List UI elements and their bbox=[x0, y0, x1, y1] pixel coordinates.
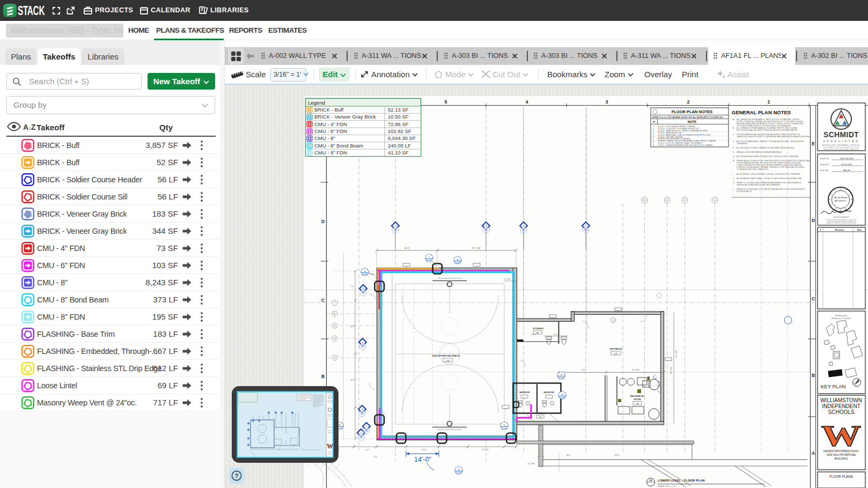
svg-text:CMU - 6" FDN: CMU - 6" FDN bbox=[314, 128, 347, 134]
svg-text:140: 140 bbox=[446, 359, 450, 362]
svg-text:17'-0 3/4": 17'-0 3/4" bbox=[631, 369, 640, 371]
svg-text:13'-2 7/8": 13'-2 7/8" bbox=[527, 463, 535, 465]
svg-text:10.50 SF: 10.50 SF bbox=[388, 114, 409, 120]
svg-text:36'-0": 36'-0" bbox=[567, 454, 571, 456]
svg-text:MECHANICAL: MECHANICAL bbox=[630, 395, 645, 397]
svg-text:3: 3 bbox=[334, 356, 336, 359]
svg-text:A.: A. bbox=[733, 119, 734, 121]
svg-text:W: W bbox=[327, 442, 333, 450]
svg-text:16'-4": 16'-4" bbox=[422, 449, 426, 451]
svg-text:0450: 0450 bbox=[361, 346, 365, 348]
svg-text:13: 13 bbox=[457, 258, 459, 261]
svg-text:3: 3 bbox=[605, 99, 608, 105]
svg-text:Comm. No.: Comm. No. bbox=[820, 158, 829, 160]
svg-text:SCALE: 3/16" = 1'-0": SCALE: 3/16" = 1'-0" bbox=[658, 485, 676, 487]
svg-text:J.: J. bbox=[733, 178, 734, 180]
svg-text:VESTIBULE: VESTIBULE bbox=[609, 347, 622, 350]
svg-text:A: A bbox=[812, 450, 815, 456]
svg-text:12.44.14 - STEAM REGENERATIVE: 12.44.14 - STEAM REGENERATIVE RECIRCULAT… bbox=[658, 144, 713, 146]
svg-text:0450: 0450 bbox=[365, 430, 369, 432]
svg-text:52.13 SF: 52.13 SF bbox=[388, 107, 409, 113]
svg-text:72.86 SF: 72.86 SF bbox=[388, 121, 409, 127]
svg-text:4: 4 bbox=[334, 337, 336, 340]
svg-text:?: ? bbox=[234, 472, 238, 479]
svg-text:L.: L. bbox=[733, 188, 734, 190]
svg-text:27'-4": 27'-4" bbox=[581, 369, 586, 371]
svg-text:44'-7 1/2": 44'-7 1/2" bbox=[675, 350, 678, 358]
svg-text:BATHROOM: BATHROOM bbox=[519, 391, 529, 394]
svg-text:04.3050: 04.3050 bbox=[456, 472, 462, 474]
svg-text:B: B bbox=[321, 374, 325, 379]
svg-text:30: 30 bbox=[339, 424, 341, 426]
svg-text:41.10 SF: 41.10 SF bbox=[388, 150, 409, 156]
svg-text:AND MULTIPURPOSE: AND MULTIPURPOSE bbox=[827, 453, 856, 456]
svg-text:04.3050: 04.3050 bbox=[560, 397, 565, 399]
svg-text:SEAL ALL JOINTS BETWEEN DISSIM: SEAL ALL JOINTS BETWEEN DISSIMILAR MATER… bbox=[737, 151, 782, 153]
svg-text:10: 10 bbox=[560, 374, 562, 376]
svg-text:6'-0": 6'-0" bbox=[366, 449, 370, 451]
svg-text:13'-4": 13'-4" bbox=[532, 334, 536, 336]
svg-text:K.: K. bbox=[733, 182, 734, 184]
svg-text:04.3050: 04.3050 bbox=[558, 377, 564, 379]
svg-text:37'-7 3/4": 37'-7 3/4" bbox=[472, 247, 481, 249]
svg-text:Drawn By: Drawn By bbox=[820, 169, 828, 172]
svg-text:PHONE 859.224.4556 WWW.SCHMID: PHONE 859.224.4556 WWW.SCHMIDT-ARCH.COM bbox=[823, 149, 859, 151]
svg-text:W: W bbox=[821, 420, 862, 452]
svg-text:FLOOR PLANS: FLOOR PLANS bbox=[829, 475, 853, 478]
svg-text:NOTE ELEVATION.: NOTE ELEVATION. bbox=[737, 190, 752, 193]
svg-text:0450: 0450 bbox=[362, 292, 365, 294]
svg-text:Date: Date bbox=[857, 228, 862, 231]
svg-text:8'-3 1/2": 8'-3 1/2" bbox=[482, 449, 489, 451]
svg-text:HEADSTART/PRESCHOOL: HEADSTART/PRESCHOOL bbox=[823, 449, 859, 453]
svg-text:D: D bbox=[644, 198, 646, 202]
svg-text:1: 1 bbox=[767, 99, 770, 105]
svg-text:G: G bbox=[714, 198, 716, 202]
svg-text:C: C bbox=[812, 296, 815, 301]
svg-text:2A: 2A bbox=[649, 479, 652, 482]
svg-text:D: D bbox=[321, 219, 325, 224]
svg-text:CMU - 8": CMU - 8" bbox=[314, 135, 335, 141]
svg-text:LOWER LEVEL - FLOOR PLAN: LOWER LEVEL - FLOOR PLAN bbox=[658, 479, 705, 482]
svg-text:VAL.SH: VAL.SH bbox=[843, 169, 850, 172]
svg-text:04.3050: 04.3050 bbox=[426, 260, 432, 262]
svg-text:D: D bbox=[812, 218, 815, 223]
svg-text:7'-4": 7'-4" bbox=[351, 285, 355, 287]
svg-text:FLOOR PLAN NOTES: FLOOR PLAN NOTES bbox=[672, 109, 713, 114]
svg-text:240.05 LF: 240.05 LF bbox=[388, 143, 411, 149]
svg-text:6,044.30 SF: 6,044.30 SF bbox=[388, 135, 416, 141]
svg-text:16: 16 bbox=[561, 394, 563, 396]
svg-text:STORAGE: STORAGE bbox=[533, 327, 543, 330]
svg-text:H.: H. bbox=[733, 160, 734, 162]
svg-text:6'-6": 6'-6" bbox=[554, 334, 558, 336]
svg-text:3: 3 bbox=[613, 320, 614, 322]
svg-text:BATHROOM: BATHROOM bbox=[543, 391, 554, 394]
svg-text:16'-8": 16'-8" bbox=[350, 326, 355, 328]
svg-text:F.: F. bbox=[733, 151, 734, 153]
svg-text:141: 141 bbox=[539, 416, 542, 418]
svg-text:B: B bbox=[812, 373, 815, 378]
svg-text:04.3050: 04.3050 bbox=[362, 273, 368, 276]
svg-text:24'-8": 24'-8" bbox=[615, 454, 620, 456]
svg-text:14'-0": 14'-0" bbox=[414, 456, 431, 463]
svg-text:MULTIPURPOSE SPACE: MULTIPURPOSE SPACE bbox=[432, 354, 460, 357]
svg-text:IDENTIFICATION AND ADDITIONAL: IDENTIFICATION AND ADDITIONAL REQUIREMEN… bbox=[737, 184, 781, 186]
svg-text:G.: G. bbox=[733, 156, 735, 158]
svg-text:ALL REMAINING WALLS SHALL TYPE: ALL REMAINING WALLS SHALL TYPE A3 ST. SE… bbox=[737, 178, 802, 180]
svg-text:GENERAL PLAN NOTES: GENERAL PLAN NOTES bbox=[732, 109, 791, 115]
svg-text:16'-8": 16'-8" bbox=[350, 379, 355, 381]
svg-text:6: 6 bbox=[334, 312, 336, 315]
svg-text:Sarah K. Hougestad: Sarah K. Hougestad bbox=[834, 216, 849, 218]
svg-text:4: 4 bbox=[525, 99, 528, 105]
svg-text:copyright of the Architect. Sh: copyright of the Architect. Shall be use… bbox=[826, 222, 857, 224]
svg-text:NOTE: NOTE bbox=[688, 120, 697, 123]
svg-text:WILLIAMSTOWN: WILLIAMSTOWN bbox=[820, 397, 862, 403]
svg-text:ASSOCIATES: ASSOCIATES bbox=[823, 139, 859, 143]
svg-text:OTHERWISE.: OTHERWISE. bbox=[737, 143, 748, 145]
svg-text:4'-7 3/4": 4'-7 3/4" bbox=[504, 278, 511, 280]
svg-text:BRICK - Buff: BRICK - Buff bbox=[314, 107, 344, 113]
svg-text:B.: B. bbox=[733, 127, 734, 129]
svg-text:Issue Date: Issue Date bbox=[820, 164, 829, 166]
svg-text:ROOM: ROOM bbox=[634, 398, 641, 401]
svg-text:ALL EXPOSED OUTSIDE CORNERS OF: ALL EXPOSED OUTSIDE CORNERS OF GWB SHALL… bbox=[737, 147, 795, 149]
svg-text:CMU - 4" FDN: CMU - 4" FDN bbox=[314, 121, 347, 127]
